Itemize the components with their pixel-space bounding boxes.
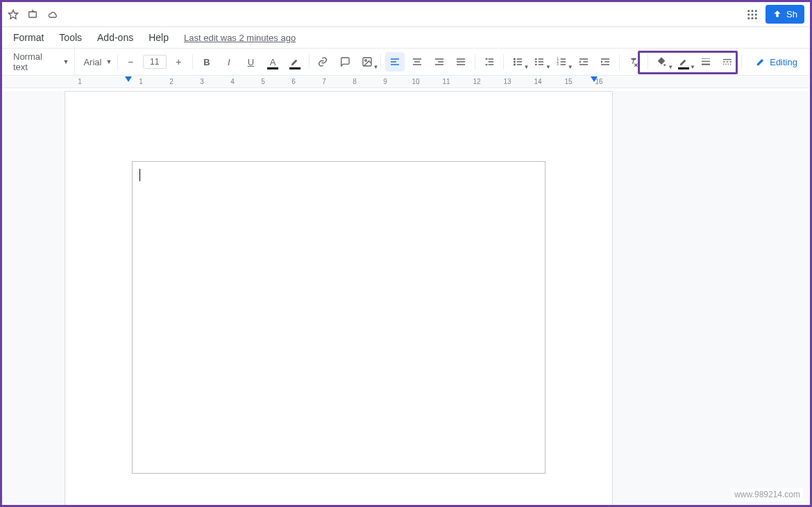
svg-point-22 [664, 64, 666, 66]
numbered-list-button[interactable]: 123 ▼ [552, 52, 571, 72]
paragraph-style-label: Normal text [13, 51, 58, 72]
indent-marker-icon[interactable] [125, 76, 132, 82]
svg-rect-23 [702, 58, 710, 59]
svg-point-3 [752, 10, 754, 12]
separator [741, 54, 742, 69]
align-right-button[interactable] [430, 52, 449, 72]
mode-label: Editing [770, 57, 797, 67]
move-icon[interactable] [27, 9, 38, 20]
border-color-button[interactable]: ▼ [674, 52, 693, 72]
svg-rect-31 [726, 64, 727, 65]
ruler-tick: 7 [309, 78, 339, 85]
svg-rect-28 [727, 61, 729, 62]
text-box[interactable] [132, 161, 545, 474]
svg-point-12 [364, 60, 366, 62]
titlebar: Sh [2, 2, 810, 27]
ruler-tick: 10 [400, 78, 431, 85]
border-weight-button[interactable] [696, 52, 716, 72]
bullet-list-button[interactable]: ▼ [530, 52, 549, 72]
svg-point-2 [747, 10, 750, 12]
svg-point-17 [535, 61, 537, 63]
ruler-tick: 5 [248, 78, 278, 85]
align-left-button[interactable] [385, 52, 405, 72]
right-indent-marker-icon[interactable] [591, 76, 598, 82]
watermark-text: www.989214.com [731, 488, 803, 501]
paragraph-style-select[interactable]: Normal text ▼ [8, 49, 75, 75]
chevron-down-icon: ▼ [62, 58, 69, 65]
separator [503, 54, 504, 69]
ruler-tick: 9 [370, 78, 400, 85]
document-page[interactable] [65, 91, 613, 505]
ruler-tick: 15 [553, 78, 584, 85]
menu-addons[interactable]: Add-ons [90, 29, 140, 46]
ruler[interactable]: 1 1 2 3 4 5 6 7 8 9 10 11 12 13 14 15 16 [2, 76, 810, 88]
svg-rect-32 [728, 64, 729, 65]
ruler-tick: 14 [523, 78, 553, 85]
svg-rect-14 [514, 61, 516, 63]
svg-rect-30 [723, 64, 724, 65]
ruler-tick: 2 [156, 78, 187, 85]
align-justify-button[interactable] [451, 52, 471, 72]
font-select[interactable]: Arial ▼ [78, 54, 118, 70]
svg-point-18 [535, 64, 537, 66]
svg-point-4 [755, 10, 757, 12]
image-button[interactable]: ▼ [357, 52, 377, 72]
font-label: Arial [83, 57, 101, 67]
ruler-tick: 8 [339, 78, 370, 85]
text-cursor [139, 169, 140, 181]
svg-rect-25 [702, 64, 710, 65]
svg-text:3: 3 [557, 63, 559, 66]
menu-help[interactable]: Help [142, 29, 176, 46]
menu-tools[interactable]: Tools [52, 29, 89, 46]
toolbar: Normal text ▼ Arial ▼ − 11 + B I U A ▼ [2, 48, 810, 76]
separator [475, 54, 475, 69]
link-button[interactable] [314, 52, 333, 72]
align-center-button[interactable] [407, 52, 427, 72]
font-size-input[interactable]: 11 [143, 55, 167, 69]
last-edit-link[interactable]: Last edit was 2 minutes ago [184, 33, 296, 43]
menu-format[interactable]: Format [6, 29, 51, 46]
ruler-tick: 3 [187, 78, 217, 85]
star-icon[interactable] [8, 9, 19, 20]
share-button[interactable]: Sh [766, 5, 804, 24]
svg-marker-0 [8, 10, 17, 19]
ruler-tick: 6 [278, 78, 309, 85]
bold-button[interactable]: B [197, 52, 217, 72]
svg-rect-1 [29, 12, 37, 17]
checklist-button[interactable]: ▼ [508, 52, 527, 72]
chevron-down-icon: ▼ [105, 58, 112, 65]
separator [619, 54, 620, 69]
indent-decrease-button[interactable] [574, 52, 593, 72]
mode-select[interactable]: Editing [749, 54, 804, 70]
ruler-tick: 12 [462, 78, 492, 85]
highlight-color-button[interactable] [285, 52, 305, 72]
ruler-tick: 11 [431, 78, 462, 85]
border-dash-button[interactable] [718, 52, 738, 72]
ruler-tick: 16 [584, 78, 614, 85]
separator [380, 54, 381, 69]
comment-button[interactable] [335, 52, 355, 72]
italic-button[interactable]: I [219, 52, 239, 72]
menubar: Format Tools Add-ons Help Last edit was … [2, 27, 810, 48]
canvas-area [2, 91, 810, 505]
separator [648, 54, 648, 69]
svg-rect-33 [730, 64, 731, 65]
svg-rect-13 [514, 58, 516, 60]
fill-color-button[interactable]: ▼ [652, 52, 672, 72]
cloud-icon[interactable] [46, 9, 59, 20]
font-size-increase[interactable]: + [169, 52, 189, 72]
svg-point-10 [755, 17, 757, 19]
svg-point-16 [535, 58, 537, 60]
line-spacing-button[interactable] [480, 52, 499, 72]
share-label: Sh [786, 9, 797, 19]
svg-point-6 [752, 13, 754, 15]
font-size-decrease[interactable]: − [121, 52, 140, 72]
ruler-tick: 13 [492, 78, 523, 85]
apps-icon[interactable] [746, 8, 759, 21]
ruler-tick: 4 [217, 78, 248, 85]
underline-button[interactable]: U [242, 52, 261, 72]
indent-increase-button[interactable] [595, 52, 615, 72]
svg-rect-24 [702, 61, 710, 62]
text-color-button[interactable]: A [263, 52, 282, 72]
clear-formatting-button[interactable] [624, 52, 643, 72]
